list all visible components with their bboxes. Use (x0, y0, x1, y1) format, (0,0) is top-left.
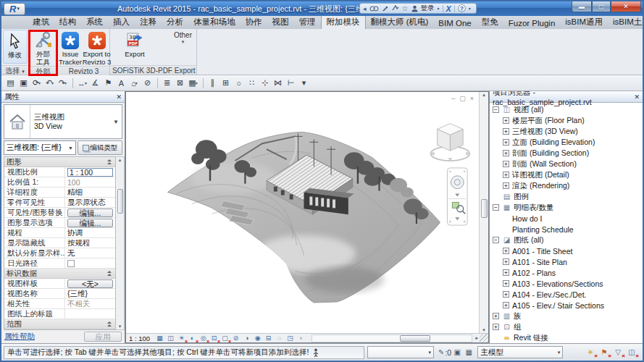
editing-requests[interactable]: ✎ :0 (438, 348, 451, 357)
property-value[interactable]: {三维} (65, 289, 115, 299)
tab-Fuzor Plugin[interactable]: Fuzor Plugin (503, 17, 561, 29)
tree-item[interactable]: +楼层平面 (Floor Plan) (490, 115, 643, 126)
view-restore-icon[interactable]: ▢ (459, 95, 466, 102)
panel-label-sofistik[interactable]: SOFiSTiK 3D-PDF Export (110, 65, 196, 75)
property-value[interactable] (65, 260, 115, 267)
tree-item[interactable]: +剖面 (Building Section) (490, 148, 643, 159)
tree-expander-icon[interactable]: + (503, 248, 509, 254)
tab-isBIM土建[interactable]: isBIM土建 (608, 15, 644, 29)
close-hidden-windows-icon[interactable]: ⊠ (174, 77, 186, 89)
view-close-icon[interactable]: × (470, 95, 474, 102)
vertical-scrollbar[interactable]: ▴ ▾ (479, 92, 488, 333)
property-value[interactable]: 1 : 100 (65, 168, 115, 177)
collapse-chevron-icon[interactable] (106, 271, 112, 277)
worksharing-status-icon[interactable]: ☀ (585, 347, 596, 358)
property-value[interactable]: 100 (65, 178, 115, 187)
tree-item[interactable]: +A104 - Elev./Sec./Det. (490, 289, 643, 300)
tab-协作[interactable]: 协作 (241, 15, 267, 29)
property-edit-button[interactable]: 编辑... (67, 219, 113, 227)
tree-item[interactable]: +立面 (Building Elevation) (490, 137, 643, 148)
horizontal-scrollbar[interactable] (311, 334, 472, 342)
tree-expander-icon[interactable]: + (503, 269, 509, 276)
tree-item[interactable]: How do I (490, 213, 643, 224)
edit-type-button[interactable]: 编辑类型 (78, 140, 122, 155)
close-button[interactable]: ✕ (611, 1, 641, 12)
properties-scrollbar[interactable]: ▴ ▾ (116, 156, 125, 330)
tab-翻模大师 (机电)[interactable]: 翻模大师 (机电) (366, 15, 434, 29)
export-to-revizto-button[interactable]: Export to Revizto 3 (84, 30, 109, 66)
tree-expander-icon[interactable]: + (503, 291, 509, 298)
tree-item[interactable]: +A101 - Site Plan (490, 256, 643, 267)
tab-isBIM通用[interactable]: isBIM通用 (560, 15, 608, 29)
tab-系统[interactable]: 系统 (81, 15, 108, 29)
tab-分析[interactable]: 分析 (162, 15, 188, 29)
tree-expander-icon[interactable]: − (493, 106, 499, 113)
worksets-dialog-icon[interactable]: ▣ (451, 347, 463, 358)
communication-center-icon[interactable] (392, 5, 399, 12)
tree-expander-icon[interactable]: + (493, 313, 499, 319)
tree-item[interactable]: +⊡组 (490, 321, 643, 332)
exchange-apps-icon[interactable]: X (446, 4, 451, 13)
design-options-combo[interactable]: 主模型 ▾ (477, 346, 563, 358)
properties-header[interactable]: 属性 ✕ (1, 91, 125, 103)
tab-体量和场地[interactable]: 体量和场地 (188, 15, 241, 29)
tree-item[interactable]: −▦明细表/数量 (490, 202, 643, 213)
signin-label[interactable]: 登录 (421, 4, 435, 13)
application-menu-button[interactable]: R ▾ (4, 3, 25, 15)
type-selector[interactable]: 三维视图 3D View ▼ (4, 104, 122, 139)
active-workset-combo[interactable]: ▾ (367, 346, 434, 358)
viewbar-more-icon[interactable]: ‹ (296, 334, 306, 342)
collapse-chevron-icon[interactable] (106, 159, 112, 165)
property-value[interactable]: 编辑... (65, 209, 115, 217)
help-icon[interactable]: ? (458, 4, 466, 12)
search-icon[interactable] (369, 5, 379, 12)
tab-附加模块[interactable]: 附加模块 (321, 14, 366, 29)
tree-item[interactable]: +A001 - Title Sheet (490, 245, 643, 256)
sun-path-icon[interactable]: ☀ (177, 334, 186, 342)
offset-icon[interactable]: ⊞ (219, 77, 232, 89)
worksharing-display-icon[interactable]: ⊟ (264, 334, 273, 342)
tree-item[interactable]: +A103 - Elevations/Sections (490, 278, 643, 289)
redo-icon[interactable]: ↷▾ (57, 77, 69, 89)
minimize-button[interactable]: ▬ (572, 1, 592, 12)
visual-style-icon[interactable]: ◫ (166, 334, 175, 342)
modify-button[interactable]: 修改 (3, 30, 28, 64)
rendering-dialog-icon[interactable]: ◎ (198, 334, 208, 342)
property-value[interactable]: 无 (65, 248, 115, 258)
other-dropdown[interactable]: Other ▾ (174, 31, 192, 45)
scroll-down-icon[interactable]: ▾ (482, 327, 485, 333)
tag-icon[interactable]: ⚑ (102, 77, 114, 89)
property-value[interactable]: 编辑... (65, 219, 115, 227)
tree-expander-icon[interactable]: + (503, 172, 509, 178)
tree-item[interactable]: +A105 - Elev./ Stair Sections (490, 300, 643, 311)
analysis-display-icon[interactable]: ◳ (285, 334, 295, 342)
section-header-标识数据[interactable]: 标识数据 (4, 269, 115, 279)
property-value[interactable]: 精细 (65, 188, 115, 198)
editable-only-icon[interactable]: ⚑ (598, 347, 610, 358)
sofistik-export-button[interactable]: 3D PDF Export (120, 30, 149, 58)
tab-视图[interactable]: 视图 (267, 15, 294, 29)
view-minimize-icon[interactable]: – (451, 95, 455, 102)
text-icon[interactable]: A (115, 77, 127, 89)
favorites-star-icon[interactable]: ☆ (402, 4, 409, 12)
panel-label-external[interactable]: 外部 (29, 66, 57, 75)
mirror-icon[interactable]: ⋈ (272, 77, 284, 89)
drawing-area[interactable]: – ▢ × (125, 91, 489, 343)
property-value[interactable]: 显示原状态 (65, 198, 115, 208)
collapse-chevron-icon[interactable] (106, 321, 112, 327)
tree-item[interactable]: +剖面 (Wall Section) (490, 159, 643, 169)
panel-label-select[interactable]: 选择 ▾ (1, 65, 28, 75)
aligned-dimension-icon[interactable]: ∡ (89, 77, 101, 89)
align-icon[interactable]: ∥ (206, 77, 219, 89)
trim-icon[interactable]: ⊢ (285, 77, 297, 89)
tab-管理[interactable]: 管理 (294, 15, 321, 29)
tab-注释[interactable]: 注释 (135, 15, 162, 29)
save-icon[interactable]: ▣ (17, 77, 30, 89)
properties-help-link[interactable]: 属性帮助 (4, 332, 35, 342)
3d-view-lock-icon[interactable]: ⊘ (231, 334, 241, 342)
tree-item[interactable]: +三维视图 (3D View) (490, 126, 643, 137)
tree-item[interactable]: ∞Revit 链接 (490, 332, 643, 343)
tab-建筑[interactable]: 建筑 (28, 15, 54, 29)
element-selector-combo[interactable]: 三维视图: {三维} ▼ (4, 140, 76, 155)
view-scale[interactable]: 1 : 100 (129, 334, 150, 342)
